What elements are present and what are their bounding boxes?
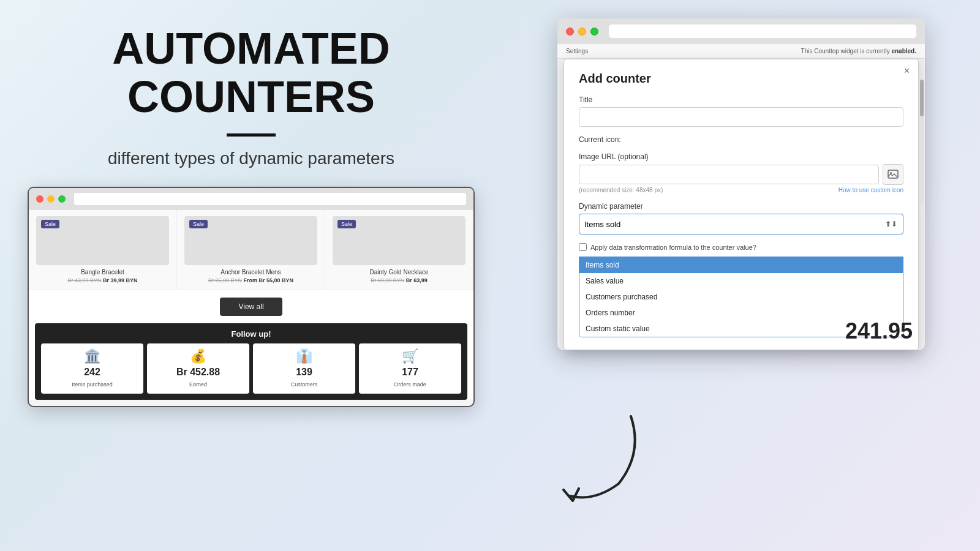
counter-box-orders: 🛒 177 Orders made: [359, 343, 461, 394]
hint-size-text: (recommended size: 48x48 px): [579, 187, 663, 193]
counters-row: 🏛️ 242 Items purchased 💰 Br 452.88 Earne…: [41, 343, 461, 394]
sale-badge-2: Sale: [189, 220, 208, 228]
title-input[interactable]: [579, 107, 903, 127]
current-icon-group: Current icon:: [579, 135, 903, 144]
mac-dot-red[interactable]: [566, 28, 574, 36]
sale-badge-1: Sale: [41, 220, 59, 228]
title-form-group: Title: [579, 96, 903, 127]
orders-label: Orders made: [394, 381, 426, 388]
transform-checkbox-row: Apply data transformation formula to the…: [579, 243, 903, 251]
dropdown-item-customers-purchased[interactable]: Customers purchased: [579, 289, 903, 305]
image-upload-button[interactable]: [883, 164, 903, 185]
image-icon: [888, 170, 899, 179]
product-price-3: Br 69,99 BYN Br 63,99: [333, 277, 466, 283]
modal-close-button[interactable]: ×: [904, 66, 910, 77]
mac-dot-green[interactable]: [590, 28, 598, 36]
browser-url-bar[interactable]: [74, 193, 466, 205]
image-url-label: Image URL (optional): [579, 152, 903, 161]
how-to-link[interactable]: How to use custom icon: [839, 187, 903, 193]
mac-scrollbar-thumb: [920, 80, 924, 116]
dynamic-param-select[interactable]: Items sold: [579, 214, 903, 234]
customers-label: Customers: [291, 381, 318, 388]
subtitle: different types of dynamic parameters: [108, 149, 394, 168]
settings-link[interactable]: Settings: [566, 48, 588, 54]
product-card-3: Sale Dainty Gold Necklace Br 69,99 BYN B…: [325, 210, 473, 290]
earned-icon: 💰: [151, 348, 246, 364]
dropdown-item-items-sold[interactable]: Items sold: [579, 257, 903, 273]
product-image-2: Sale: [184, 216, 317, 265]
mac-window: Settings This Counttop widget is current…: [557, 18, 925, 350]
transform-checkbox[interactable]: [579, 243, 587, 251]
product-price-1: Br 43,99 BYN Br 39,99 BYN: [36, 277, 169, 283]
follow-up-section: Follow up! 🏛️ 242 Items purchased 💰 Br 4…: [35, 323, 467, 400]
dynamic-param-group: Dynamic parameter Items sold ⬆⬇: [579, 202, 903, 234]
product-card-1: Sale Bangle Bracelet Br 43,99 BYN Br 39,…: [29, 210, 177, 290]
view-all-button[interactable]: View all: [220, 298, 282, 316]
customers-icon: 👔: [257, 348, 352, 364]
earned-value: Br 452.88: [151, 367, 246, 378]
browser-title-bar: [29, 188, 473, 210]
svg-point-1: [890, 172, 892, 174]
enabled-text: This Counttop widget is currently enable…: [801, 48, 916, 54]
browser-mockup: Sale Bangle Bracelet Br 43,99 BYN Br 39,…: [28, 187, 475, 407]
browser-dot-yellow: [47, 195, 55, 203]
product-card-2: Sale Anchor Bracelet Mens Br 85,00 BYN F…: [177, 210, 325, 290]
earned-label: Earned: [189, 381, 207, 388]
counter-box-earned: 💰 Br 452.88 Earned: [147, 343, 249, 394]
dropdown-item-sales-value[interactable]: Sales value: [579, 273, 903, 289]
browser-dot-red: [36, 195, 43, 203]
checkbox-label: Apply data transformation formula to the…: [590, 244, 756, 251]
left-panel: AUTOMATED COUNTERS different types of dy…: [0, 0, 502, 551]
mac-scrollbar[interactable]: [920, 80, 924, 202]
mac-content-bar: Settings This Counttop widget is current…: [557, 44, 925, 59]
product-image-3: Sale: [333, 216, 466, 265]
modal-title: Add counter: [579, 72, 903, 86]
product-name-2: Anchor Bracelet Mens: [184, 269, 317, 276]
customers-value: 139: [257, 367, 352, 378]
dynamic-param-label: Dynamic parameter: [579, 202, 903, 211]
add-counter-modal: × Add counter Title Current icon: Image …: [564, 59, 919, 350]
items-purchased-icon: 🏛️: [45, 348, 140, 364]
svg-rect-0: [888, 170, 898, 178]
hint-row: (recommended size: 48x48 px) How to use …: [579, 187, 903, 193]
image-url-group: Image URL (optional) (recommended size: …: [579, 152, 903, 193]
arrow-container: [533, 404, 655, 502]
counter-box-customers: 👔 139 Customers: [253, 343, 355, 394]
right-panel: Settings This Counttop widget is current…: [502, 0, 980, 551]
items-purchased-label: Items purchased: [72, 381, 113, 388]
product-price-2: Br 85,00 BYN From Br 55,00 BYN: [184, 277, 317, 283]
browser-content: Sale Bangle Bracelet Br 43,99 BYN Br 39,…: [29, 210, 473, 400]
follow-up-title: Follow up!: [41, 329, 461, 339]
dynamic-param-select-wrapper: Items sold ⬆⬇: [579, 214, 903, 234]
product-name-3: Dainty Gold Necklace: [333, 269, 466, 276]
orders-value: 177: [363, 367, 458, 378]
product-name-1: Bangle Bracelet: [36, 269, 169, 276]
sale-badge-3: Sale: [337, 220, 356, 228]
curved-arrow: [533, 404, 655, 502]
items-purchased-value: 242: [45, 367, 140, 378]
image-url-input[interactable]: [579, 165, 879, 184]
mac-title-bar: [557, 18, 925, 44]
product-image-1: Sale: [36, 216, 169, 265]
title-divider: [227, 133, 276, 137]
image-url-row: [579, 164, 903, 185]
main-title: AUTOMATED COUNTERS: [112, 24, 390, 121]
products-row: Sale Bangle Bracelet Br 43,99 BYN Br 39,…: [29, 210, 473, 290]
title-field-label: Title: [579, 96, 903, 104]
mac-url-bar[interactable]: [609, 24, 916, 38]
mac-dot-yellow[interactable]: [578, 28, 586, 36]
number-display: 241.95: [845, 318, 913, 344]
browser-dot-green: [58, 195, 66, 203]
counter-box-items-purchased: 🏛️ 242 Items purchased: [41, 343, 143, 394]
current-icon-label: Current icon:: [579, 135, 903, 144]
orders-icon: 🛒: [363, 348, 458, 364]
